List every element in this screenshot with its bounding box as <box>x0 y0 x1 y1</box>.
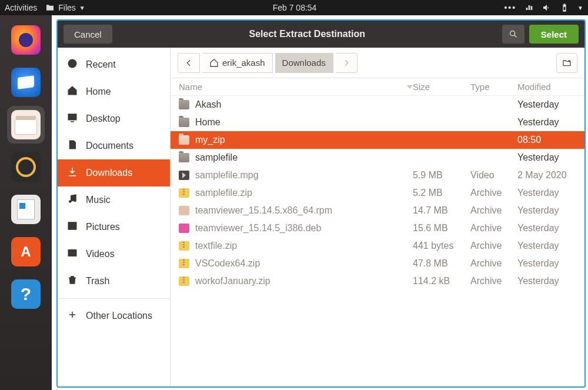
sidebar-item-label: Music <box>86 195 111 205</box>
file-name: Home <box>195 117 220 128</box>
dock-software[interactable] <box>7 233 45 271</box>
file-row[interactable]: Home Yesterday <box>171 114 584 131</box>
col-modified-label: Modified <box>517 82 576 92</box>
appindicator-icon[interactable]: ••• <box>504 3 516 12</box>
file-modified: 08:50 <box>517 135 576 145</box>
activities-button[interactable]: Activities <box>5 3 37 12</box>
file-type: Archive <box>470 258 517 269</box>
sort-indicator-icon <box>407 85 413 89</box>
chevron-down-icon: ▼ <box>79 5 85 11</box>
column-headers[interactable]: Name Size Type Modified <box>171 78 584 96</box>
battery-icon[interactable] <box>560 3 569 12</box>
path-back-button[interactable] <box>178 53 200 73</box>
select-button[interactable]: Select <box>529 25 579 44</box>
system-menu-chevron-icon[interactable]: ▼ <box>577 5 583 11</box>
sidebar-item-downloads[interactable]: Downloads <box>58 159 170 186</box>
folder-icon <box>45 3 55 12</box>
file-size: 441 bytes <box>413 241 470 251</box>
path-current-button[interactable]: Downloads <box>275 53 333 73</box>
volume-icon[interactable] <box>542 3 552 12</box>
chevron-right-icon <box>342 58 351 68</box>
file-chooser-dialog: Cancel Select Extract Destination Select… <box>56 19 586 388</box>
file-modified: Yesterday <box>517 223 576 234</box>
file-list[interactable]: Akash Yesterday Home Yesterday my_zip 08… <box>171 96 584 386</box>
cancel-button[interactable]: Cancel <box>64 25 112 44</box>
gnome-top-panel: Activities Files ▼ Feb 7 08:54 ••• ▼ <box>0 0 588 15</box>
col-type-label: Type <box>470 82 517 92</box>
file-row[interactable]: workofJanuary.zip 114.2 kB Archive Yeste… <box>171 272 584 290</box>
file-modified: Yesterday <box>517 276 576 286</box>
videos-icon <box>67 248 78 261</box>
file-modified: Yesterday <box>517 188 576 198</box>
sidebar-other-locations[interactable]: Other Locations <box>58 302 170 329</box>
file-name: samplefile.mpg <box>195 170 259 181</box>
col-size-label: Size <box>413 82 470 92</box>
files-menu-label: Files <box>58 3 76 12</box>
file-name: teamviewer_15.14.5.x86_64.rpm <box>195 205 332 216</box>
file-name: workofJanuary.zip <box>195 276 270 286</box>
search-button[interactable] <box>502 25 524 44</box>
path-forward-button[interactable] <box>336 53 358 73</box>
file-row[interactable]: textfile.zip 441 bytes Archive Yesterday <box>171 237 584 255</box>
file-name: textfile.zip <box>195 241 237 251</box>
file-type: Archive <box>470 241 517 251</box>
file-row[interactable]: samplefile.zip 5.2 MB Archive Yesterday <box>171 184 584 202</box>
file-row[interactable]: samplefile.mpg 5.9 MB Video 2 May 2020 <box>171 166 584 184</box>
sidebar-item-home[interactable]: Home <box>58 78 170 105</box>
folder-icon <box>179 118 189 127</box>
path-home-button[interactable]: erik_akash <box>202 53 273 73</box>
file-row[interactable]: teamviewer_15.14.5.x86_64.rpm 14.7 MB Ar… <box>171 202 584 219</box>
desktop-icon <box>67 112 78 125</box>
sidebar-item-documents[interactable]: Documents <box>58 132 170 159</box>
file-row[interactable]: teamviewer_15.14.5_i386.deb 15.6 MB Arch… <box>171 219 584 237</box>
sidebar-item-pictures[interactable]: Pictures <box>58 214 170 241</box>
file-type: Video <box>470 170 517 181</box>
sidebar-item-trash[interactable]: Trash <box>58 268 170 295</box>
network-icon[interactable] <box>524 3 534 12</box>
sidebar-item-label: Recent <box>86 59 116 70</box>
dock-help[interactable] <box>7 275 45 313</box>
file-modified: Yesterday <box>517 241 576 251</box>
file-size: 114.2 kB <box>413 276 470 286</box>
file-name: VSCodex64.zip <box>195 258 260 269</box>
file-row[interactable]: samplefile Yesterday <box>171 149 584 166</box>
file-size: 5.2 MB <box>413 188 470 198</box>
dock-thunderbird[interactable] <box>7 64 45 101</box>
col-name-label: Name <box>179 82 202 92</box>
clock[interactable]: Feb 7 08:54 <box>85 3 505 12</box>
dock-rhythmbox[interactable] <box>7 148 45 186</box>
sidebar-item-label: Desktop <box>86 114 121 124</box>
sidebar-item-music[interactable]: Music <box>58 186 170 214</box>
sidebar-item-desktop[interactable]: Desktop <box>58 105 170 132</box>
file-name: samplefile <box>195 152 238 163</box>
file-type: Archive <box>470 205 517 216</box>
ubuntu-dock <box>0 15 52 390</box>
sidebar-item-label: Downloads <box>86 168 132 178</box>
new-folder-button[interactable] <box>556 53 577 73</box>
file-name: Akash <box>195 99 221 110</box>
sidebar-item-recent[interactable]: Recent <box>58 51 170 78</box>
file-row[interactable]: VSCodex64.zip 47.8 MB Archive Yesterday <box>171 255 584 272</box>
file-modified: Yesterday <box>517 117 576 128</box>
svg-point-0 <box>510 31 514 36</box>
file-row[interactable]: Akash Yesterday <box>171 96 584 114</box>
dock-files[interactable] <box>7 106 45 144</box>
home-icon <box>209 58 219 68</box>
file-size: 5.9 MB <box>413 170 470 181</box>
downloads-icon <box>67 166 78 179</box>
zip-icon <box>179 276 189 286</box>
home-icon <box>67 85 78 98</box>
titlebar: Cancel Select Extract Destination Select <box>58 21 584 48</box>
dock-firefox[interactable] <box>7 21 45 59</box>
video-icon <box>179 171 189 180</box>
file-modified: Yesterday <box>517 152 576 163</box>
sidebar-item-label: Pictures <box>86 222 120 232</box>
files-app-menu[interactable]: Files ▼ <box>45 3 85 12</box>
dock-libreoffice[interactable] <box>7 191 45 228</box>
svg-rect-2 <box>68 114 76 120</box>
music-icon <box>67 194 78 206</box>
deb-icon <box>179 224 189 233</box>
file-row[interactable]: my_zip 08:50 <box>171 131 584 149</box>
sidebar-item-videos[interactable]: Videos <box>58 241 170 268</box>
file-type: Archive <box>470 276 517 286</box>
